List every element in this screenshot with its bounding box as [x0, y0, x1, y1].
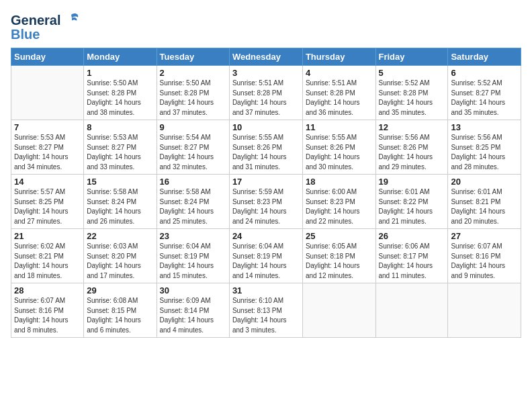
- day-number: 26: [379, 231, 445, 241]
- calendar-day-29: 29Sunrise: 6:08 AM Sunset: 8:15 PM Dayli…: [84, 283, 157, 338]
- day-number: 22: [87, 231, 153, 241]
- calendar-day-17: 17Sunrise: 5:59 AM Sunset: 8:23 PM Dayli…: [229, 175, 302, 229]
- day-number: 28: [14, 285, 81, 295]
- day-info: Sunrise: 5:58 AM Sunset: 8:24 PM Dayligh…: [160, 187, 226, 226]
- day-number: 12: [379, 122, 445, 132]
- calendar-day-11: 11Sunrise: 5:55 AM Sunset: 8:26 PM Dayli…: [302, 120, 375, 175]
- calendar-day-23: 23Sunrise: 6:04 AM Sunset: 8:19 PM Dayli…: [157, 229, 229, 283]
- day-number: 5: [379, 68, 445, 78]
- calendar-empty-cell: [11, 66, 84, 120]
- calendar-day-27: 27Sunrise: 6:07 AM Sunset: 8:16 PM Dayli…: [448, 229, 521, 283]
- day-number: 2: [160, 68, 226, 78]
- day-number: 21: [14, 231, 81, 241]
- calendar-day-22: 22Sunrise: 6:03 AM Sunset: 8:20 PM Dayli…: [84, 229, 157, 283]
- day-info: Sunrise: 6:04 AM Sunset: 8:19 PM Dayligh…: [160, 242, 226, 281]
- day-info: Sunrise: 6:07 AM Sunset: 8:16 PM Dayligh…: [14, 296, 81, 335]
- day-number: 14: [14, 177, 81, 187]
- calendar-week-row: 21Sunrise: 6:02 AM Sunset: 8:21 PM Dayli…: [11, 229, 521, 283]
- day-info: Sunrise: 6:01 AM Sunset: 8:21 PM Dayligh…: [451, 187, 518, 226]
- day-info: Sunrise: 5:56 AM Sunset: 8:25 PM Dayligh…: [451, 133, 518, 172]
- day-info: Sunrise: 6:07 AM Sunset: 8:16 PM Dayligh…: [451, 242, 518, 281]
- day-info: Sunrise: 5:54 AM Sunset: 8:27 PM Dayligh…: [160, 133, 226, 172]
- logo-blue-text: Blue: [11, 27, 40, 42]
- weekday-header-tuesday: Tuesday: [157, 48, 229, 66]
- day-info: Sunrise: 5:59 AM Sunset: 8:23 PM Dayligh…: [232, 187, 300, 226]
- day-number: 3: [232, 68, 300, 78]
- calendar-day-18: 18Sunrise: 6:00 AM Sunset: 8:23 PM Dayli…: [302, 175, 375, 229]
- weekday-header-thursday: Thursday: [302, 48, 375, 66]
- calendar-week-row: 14Sunrise: 5:57 AM Sunset: 8:25 PM Dayli…: [11, 175, 521, 229]
- calendar-day-24: 24Sunrise: 6:04 AM Sunset: 8:19 PM Dayli…: [229, 229, 302, 283]
- calendar-day-21: 21Sunrise: 6:02 AM Sunset: 8:21 PM Dayli…: [11, 229, 84, 283]
- calendar-day-30: 30Sunrise: 6:09 AM Sunset: 8:14 PM Dayli…: [157, 283, 229, 338]
- day-number: 13: [451, 122, 518, 132]
- day-info: Sunrise: 6:01 AM Sunset: 8:22 PM Dayligh…: [379, 187, 445, 226]
- calendar-day-8: 8Sunrise: 5:53 AM Sunset: 8:27 PM Daylig…: [84, 120, 157, 175]
- weekday-header-sunday: Sunday: [11, 48, 84, 66]
- calendar-week-row: 1Sunrise: 5:50 AM Sunset: 8:28 PM Daylig…: [11, 66, 521, 120]
- day-number: 8: [87, 122, 153, 132]
- day-number: 25: [306, 231, 373, 241]
- day-info: Sunrise: 5:52 AM Sunset: 8:27 PM Dayligh…: [451, 79, 518, 118]
- day-info: Sunrise: 5:53 AM Sunset: 8:27 PM Dayligh…: [14, 133, 81, 172]
- day-number: 4: [306, 68, 373, 78]
- day-number: 9: [160, 122, 226, 132]
- day-info: Sunrise: 5:51 AM Sunset: 8:28 PM Dayligh…: [232, 79, 300, 118]
- day-number: 16: [160, 177, 226, 187]
- day-info: Sunrise: 5:51 AM Sunset: 8:28 PM Dayligh…: [306, 79, 373, 118]
- day-number: 15: [87, 177, 153, 187]
- calendar-day-10: 10Sunrise: 5:55 AM Sunset: 8:26 PM Dayli…: [229, 120, 302, 175]
- calendar-empty-cell: [448, 283, 521, 338]
- day-info: Sunrise: 5:50 AM Sunset: 8:28 PM Dayligh…: [160, 79, 226, 118]
- day-number: 19: [379, 177, 445, 187]
- calendar-day-19: 19Sunrise: 6:01 AM Sunset: 8:22 PM Dayli…: [375, 175, 448, 229]
- calendar-day-7: 7Sunrise: 5:53 AM Sunset: 8:27 PM Daylig…: [11, 120, 84, 175]
- weekday-header-monday: Monday: [84, 48, 157, 66]
- day-number: 11: [306, 122, 373, 132]
- day-info: Sunrise: 5:57 AM Sunset: 8:25 PM Dayligh…: [14, 187, 81, 226]
- calendar-table: SundayMondayTuesdayWednesdayThursdayFrid…: [11, 48, 521, 338]
- weekday-header-saturday: Saturday: [448, 48, 521, 66]
- day-info: Sunrise: 5:52 AM Sunset: 8:28 PM Dayligh…: [379, 79, 445, 118]
- calendar-day-26: 26Sunrise: 6:06 AM Sunset: 8:17 PM Dayli…: [375, 229, 448, 283]
- logo-text: General: [11, 13, 60, 28]
- day-info: Sunrise: 6:02 AM Sunset: 8:21 PM Dayligh…: [14, 242, 81, 281]
- calendar-day-31: 31Sunrise: 6:10 AM Sunset: 8:13 PM Dayli…: [229, 283, 302, 338]
- day-number: 30: [160, 285, 226, 295]
- day-number: 10: [232, 122, 300, 132]
- day-number: 29: [87, 285, 153, 295]
- day-info: Sunrise: 5:56 AM Sunset: 8:26 PM Dayligh…: [379, 133, 445, 172]
- calendar-day-13: 13Sunrise: 5:56 AM Sunset: 8:25 PM Dayli…: [448, 120, 521, 175]
- calendar-day-6: 6Sunrise: 5:52 AM Sunset: 8:27 PM Daylig…: [448, 66, 521, 120]
- day-info: Sunrise: 6:08 AM Sunset: 8:15 PM Dayligh…: [87, 296, 153, 335]
- day-number: 1: [87, 68, 153, 78]
- day-info: Sunrise: 6:00 AM Sunset: 8:23 PM Dayligh…: [306, 187, 373, 226]
- calendar-week-row: 7Sunrise: 5:53 AM Sunset: 8:27 PM Daylig…: [11, 120, 521, 175]
- day-number: 20: [451, 177, 518, 187]
- logo-bird-icon: [62, 11, 81, 30]
- day-info: Sunrise: 5:58 AM Sunset: 8:24 PM Dayligh…: [87, 187, 153, 226]
- weekday-header-friday: Friday: [375, 48, 448, 66]
- day-info: Sunrise: 6:03 AM Sunset: 8:20 PM Dayligh…: [87, 242, 153, 281]
- calendar-week-row: 28Sunrise: 6:07 AM Sunset: 8:16 PM Dayli…: [11, 283, 521, 338]
- logo: General Blue: [11, 11, 81, 42]
- day-number: 31: [232, 285, 300, 295]
- day-number: 6: [451, 68, 518, 78]
- day-number: 7: [14, 122, 81, 132]
- day-info: Sunrise: 6:04 AM Sunset: 8:19 PM Dayligh…: [232, 242, 300, 281]
- day-number: 18: [306, 177, 373, 187]
- day-info: Sunrise: 6:10 AM Sunset: 8:13 PM Dayligh…: [232, 296, 300, 335]
- day-number: 23: [160, 231, 226, 241]
- day-number: 17: [232, 177, 300, 187]
- calendar-day-9: 9Sunrise: 5:54 AM Sunset: 8:27 PM Daylig…: [157, 120, 229, 175]
- calendar-day-28: 28Sunrise: 6:07 AM Sunset: 8:16 PM Dayli…: [11, 283, 84, 338]
- calendar-day-4: 4Sunrise: 5:51 AM Sunset: 8:28 PM Daylig…: [302, 66, 375, 120]
- day-info: Sunrise: 5:53 AM Sunset: 8:27 PM Dayligh…: [87, 133, 153, 172]
- day-number: 24: [232, 231, 300, 241]
- weekday-header-wednesday: Wednesday: [229, 48, 302, 66]
- day-info: Sunrise: 5:55 AM Sunset: 8:26 PM Dayligh…: [232, 133, 300, 172]
- day-number: 27: [451, 231, 518, 241]
- day-info: Sunrise: 6:09 AM Sunset: 8:14 PM Dayligh…: [160, 296, 226, 335]
- weekday-header-row: SundayMondayTuesdayWednesdayThursdayFrid…: [11, 48, 521, 66]
- day-info: Sunrise: 5:50 AM Sunset: 8:28 PM Dayligh…: [87, 79, 153, 118]
